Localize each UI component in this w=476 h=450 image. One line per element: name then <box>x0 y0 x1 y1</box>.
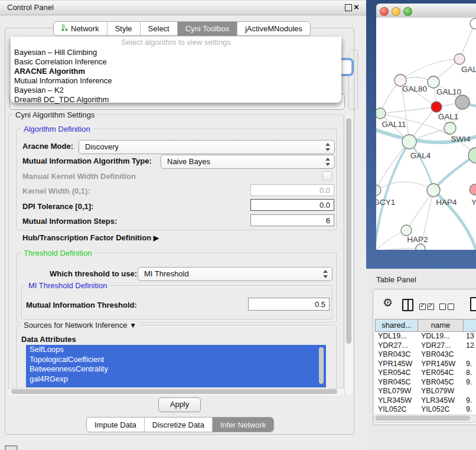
network-window-titlebar[interactable] <box>376 4 476 18</box>
table-cell: YPR145W <box>421 360 455 369</box>
table-cell: 13 <box>466 332 474 341</box>
network-node[interactable] <box>431 102 442 112</box>
float-window-icon[interactable] <box>345 4 352 11</box>
tab-cyni-toolbox[interactable]: Cyni Toolbox <box>177 22 237 35</box>
table-cell: 9. <box>466 405 472 415</box>
table-row[interactable]: YBR045CYBR045C9. <box>375 378 476 387</box>
manual-kernel-width-checkbox[interactable] <box>322 171 332 181</box>
attribute-item[interactable]: SelfLoops <box>26 345 326 355</box>
network-node[interactable] <box>470 18 476 29</box>
mi-threshold-input[interactable] <box>248 298 330 311</box>
mi-threshold-definition-title: MI Threshold Definition <box>26 281 109 290</box>
algorithm-option[interactable]: Mutual Information Inference <box>13 76 339 86</box>
which-threshold-value: MI Threshold <box>144 269 189 278</box>
algorithm-dropdown-popup: Select algorithm to view settings Bayesi… <box>11 37 341 103</box>
column-header[interactable] <box>464 319 476 332</box>
kernel-width-input[interactable] <box>250 184 334 196</box>
tab-impute-data[interactable]: Impute Data <box>87 418 144 432</box>
table-cell: 9. <box>466 360 472 369</box>
node-label: GAL1 <box>438 112 459 121</box>
algorithm-option[interactable]: Basic Correlation Inference <box>13 57 339 67</box>
control-panel-tabs: NetworkStyleSelectCyni ToolboxjActiveMNo… <box>53 21 311 36</box>
mi-steps-input[interactable] <box>250 214 334 226</box>
algorithm-dropdown-list: Bayesian – Hill ClimbingBasic Correlatio… <box>13 48 339 105</box>
data-attributes-list[interactable]: SelfLoopsTopologicalCoefficientBetweenne… <box>26 345 326 387</box>
node-label: HAP4 <box>436 198 457 207</box>
attributes-scrollbar[interactable] <box>319 347 324 384</box>
select-all-columns-icon[interactable] <box>419 302 436 312</box>
hub-definition-label: Hub/Transcription Factor Definition <box>22 233 151 242</box>
settings-vscroll-thumb[interactable] <box>346 118 351 344</box>
settings-hscroll-thumb[interactable] <box>11 389 337 394</box>
network-node[interactable] <box>427 184 440 197</box>
table-row[interactable]: YDR27...YDR27...12 <box>375 341 476 351</box>
table-settings-gear-icon[interactable]: ⚙ <box>383 296 393 309</box>
algorithm-option[interactable]: Bayesian – K2 <box>13 86 339 95</box>
column-header[interactable]: name <box>418 319 464 332</box>
apply-button[interactable]: Apply <box>158 397 201 412</box>
close-icon[interactable]: × <box>354 2 359 12</box>
network-node[interactable] <box>402 135 416 149</box>
network-node[interactable] <box>455 95 470 109</box>
control-panel-titlebar: Control Panel × <box>0 0 366 15</box>
table-row[interactable]: YER054CYER054C8. <box>375 369 476 378</box>
split-columns-icon[interactable] <box>402 299 413 311</box>
tab-discretize-data[interactable]: Discretize Data <box>144 418 212 432</box>
network-node[interactable] <box>416 244 425 250</box>
table-row[interactable]: YBR043CYBR043C <box>375 350 476 360</box>
tab-select[interactable]: Select <box>140 22 177 35</box>
table-body[interactable]: YDL19...YDL19...13YDR27...YDR27...12YBR0… <box>375 332 476 415</box>
table-row[interactable]: YLR345WYLR345W9. <box>375 396 476 406</box>
network-edge[interactable] <box>459 24 475 59</box>
network-node[interactable] <box>401 225 412 236</box>
attribute-item[interactable]: TopologicalCoefficient <box>26 355 326 365</box>
algorithm-option[interactable]: ARACNE Algorithm <box>13 67 339 76</box>
attribute-item[interactable]: BetweennessCentrality <box>26 364 326 374</box>
deselect-all-columns-icon[interactable] <box>439 302 456 312</box>
table-hscroll-thumb[interactable] <box>376 416 470 420</box>
mi-algorithm-type-select[interactable]: Naive Bayes <box>161 155 335 169</box>
algorithm-option[interactable]: Dream8 DC_TDC Algorithm <box>13 95 339 105</box>
threshold-definition-title: Threshold Definition <box>21 249 94 257</box>
network-edge[interactable] <box>406 190 433 230</box>
close-traffic-light-icon[interactable] <box>380 7 389 16</box>
collapsed-arrow-icon: ▶ <box>154 234 159 242</box>
network-node[interactable] <box>428 76 439 88</box>
mi-algorithm-type-value: Naive Bayes <box>167 157 210 166</box>
hub-definition-toggle[interactable]: Hub/Transcription Factor Definition ▶ <box>22 233 159 242</box>
table-row[interactable]: YIL052CYIL052C9. <box>375 405 476 415</box>
network-edge[interactable] <box>376 249 420 250</box>
network-node[interactable] <box>444 122 456 134</box>
column-header[interactable]: shared... <box>375 319 418 332</box>
table-row[interactable]: YDL19...YDL19...13 <box>375 332 476 341</box>
aracne-mode-select[interactable]: Discovery <box>79 140 335 154</box>
network-node[interactable] <box>470 184 476 195</box>
tab-label: Select <box>148 24 169 33</box>
network-node[interactable] <box>376 185 381 195</box>
tab-jactivemnodules[interactable]: jActiveMNodules <box>237 22 310 35</box>
collapsed-panel-icon[interactable] <box>5 445 18 450</box>
network-node[interactable] <box>454 54 465 64</box>
expanded-arrow-icon: ▼ <box>129 321 136 330</box>
sources-toggle[interactable]: Sources for Network Inference ▼ <box>21 321 139 330</box>
table-cell: 9. <box>466 396 472 406</box>
zoom-traffic-light-icon[interactable] <box>403 7 412 16</box>
stepper-icon <box>325 157 330 167</box>
export-table-icon[interactable] <box>470 297 476 311</box>
node-label: GAL10 <box>436 87 461 96</box>
algorithm-option[interactable]: Bayesian – Hill Climbing <box>13 48 339 57</box>
network-view[interactable]: GALGAL80GAL10GAL1GAL11SWI4GAL4GCY1HAP4YH… <box>376 18 476 250</box>
table-row[interactable]: YPR145WYPR145W9. <box>375 360 476 369</box>
attribute-item[interactable]: gal4RGexp <box>26 374 326 384</box>
network-edge[interactable] <box>380 107 436 113</box>
table-row[interactable]: YBL079WYBL079W <box>375 387 476 396</box>
dpi-tolerance-input[interactable] <box>250 199 334 211</box>
tab-network[interactable]: Network <box>54 22 107 35</box>
tab-style[interactable]: Style <box>107 22 140 35</box>
minimize-traffic-light-icon[interactable] <box>392 7 400 16</box>
network-canvas-svg: GALGAL80GAL10GAL1GAL11SWI4GAL4GCY1HAP4YH… <box>376 18 476 250</box>
tab-infer-network[interactable]: Infer Network <box>212 418 273 432</box>
network-edge[interactable] <box>376 182 433 190</box>
which-threshold-select[interactable]: MI Threshold <box>138 267 332 281</box>
network-node[interactable] <box>376 108 386 119</box>
